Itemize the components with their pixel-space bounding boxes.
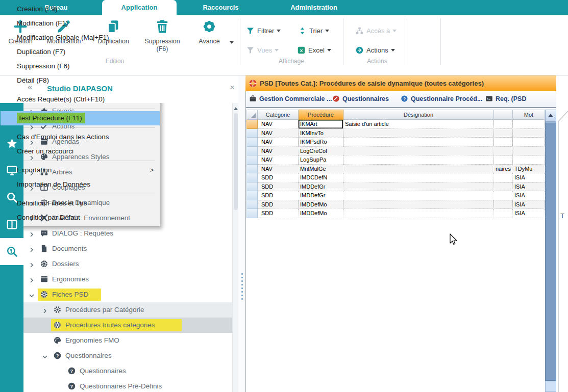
tree-scrollbar[interactable] xyxy=(232,103,238,392)
grid-cell[interactable] xyxy=(513,155,545,165)
grid-cell[interactable]: SDD xyxy=(258,209,299,218)
chevron-down-icon[interactable] xyxy=(42,353,48,359)
menu-item-modification-f1-[interactable]: Modification (F1) xyxy=(1,16,160,31)
menu-item-d-tail-f8-[interactable]: Détail (F8) xyxy=(1,73,160,88)
select-all-corner-icon[interactable] xyxy=(251,113,256,118)
menu-item-exportation[interactable]: Exportation> xyxy=(1,163,160,177)
menu-item-test-proc-dure-f11-[interactable]: Test Procédure (F11) xyxy=(1,111,160,125)
chevron-right-icon[interactable] xyxy=(29,230,35,237)
column-header-selector[interactable] xyxy=(246,110,258,120)
grid-cell[interactable]: SDD xyxy=(258,182,299,192)
grid-cell[interactable] xyxy=(494,209,513,218)
grid-cell[interactable] xyxy=(343,173,494,182)
grid-cell[interactable] xyxy=(494,155,513,165)
column-header-Mot[interactable]: Mot xyxy=(513,110,545,120)
tree-item-dossiers[interactable]: Dossiers xyxy=(23,256,232,272)
grid-cell[interactable]: ISIA xyxy=(513,200,545,210)
grid-cell[interactable]: SDD xyxy=(258,173,299,182)
row-selector[interactable] xyxy=(246,120,258,129)
grid-cell[interactable]: ISIA xyxy=(513,191,545,200)
ribbon-button-avancé[interactable]: Avancé xyxy=(187,18,231,45)
tab-raccourcis[interactable]: Raccourcis xyxy=(189,0,253,15)
grid-cell[interactable]: SDD xyxy=(258,200,299,210)
grid-cell[interactable] xyxy=(343,129,494,138)
tree-item-ergonomies[interactable]: Ergonomies xyxy=(23,272,232,287)
tree-item-questionnaires[interactable]: ?Questionnaires xyxy=(23,363,232,379)
grid-cell[interactable]: IMDDefGr xyxy=(299,182,343,192)
ribbon-small-button-actions[interactable]: Actions xyxy=(355,45,395,55)
column-header-Désignation[interactable]: Désignation xyxy=(343,110,494,120)
chevron-right-icon[interactable] xyxy=(42,307,48,313)
grid-cell[interactable] xyxy=(343,165,494,174)
column-header-Catégorie[interactable]: Catégorie xyxy=(258,110,299,120)
chevron-right-icon[interactable] xyxy=(29,276,35,282)
panel-tab-req-psd[interactable]: Req. (PSD xyxy=(485,95,526,102)
grid-cell[interactable]: IMDDefMo xyxy=(299,209,343,218)
row-selector[interactable] xyxy=(246,138,258,147)
grid-cell[interactable] xyxy=(513,138,545,147)
grid-cell[interactable] xyxy=(494,182,513,192)
grid-cell[interactable] xyxy=(343,138,494,147)
grid-cell[interactable] xyxy=(343,200,494,210)
grid-cell[interactable]: TDyMu xyxy=(513,165,545,174)
grid-cell[interactable] xyxy=(513,120,545,129)
row-selector[interactable] xyxy=(246,200,258,210)
grid-cell[interactable]: Saisie d'un article xyxy=(343,120,494,129)
menu-item-cas-d-emploi-dans-les-actions[interactable]: Cas d'Emploi dans les Actions xyxy=(1,130,160,144)
grid-cell[interactable]: ISIA xyxy=(513,209,545,218)
grid-cell[interactable]: ISIA xyxy=(513,173,545,182)
chevron-down-icon[interactable] xyxy=(327,49,331,51)
grid-cell[interactable] xyxy=(513,129,545,138)
grid-cell[interactable]: ISIA xyxy=(513,182,545,192)
menu-item-cr-ation-f9-[interactable]: Création (F9) xyxy=(1,2,160,16)
scroll-up-button[interactable] xyxy=(545,110,556,122)
grid-cell[interactable]: IMDDefGr xyxy=(299,191,343,200)
chevron-down-icon[interactable] xyxy=(325,30,329,32)
scroll-down-button[interactable] xyxy=(545,381,556,392)
row-selector[interactable] xyxy=(246,182,258,192)
grid-cell[interactable]: naires xyxy=(494,165,513,174)
grid-cell[interactable] xyxy=(343,155,494,165)
tree-item-dialog-requ-tes[interactable]: DIALOG : Requêtes xyxy=(23,226,232,241)
tree-item-ergonomies-fmo[interactable]: Ergonomies FMO xyxy=(23,333,232,348)
row-selector[interactable] xyxy=(246,173,258,182)
grid-cell[interactable]: NAV xyxy=(258,129,299,138)
chevron-down-icon[interactable] xyxy=(391,49,395,51)
grid-cell[interactable]: SDD xyxy=(258,191,299,200)
chevron-down-icon[interactable] xyxy=(277,30,281,32)
panel-tab-gestion-commerciale-[interactable]: Gestion Commerciale ... xyxy=(249,95,332,102)
grid-cell[interactable] xyxy=(494,147,513,156)
menu-item-d-finition-filtres-et-tris[interactable]: Définition Filtres et Tris xyxy=(1,196,160,211)
row-selector[interactable] xyxy=(246,191,258,200)
menu-item-condition-par-d-faut[interactable]: Condition par Défaut xyxy=(1,211,160,225)
grid-cell[interactable] xyxy=(343,191,494,200)
grid-cell[interactable]: NAV xyxy=(258,120,299,129)
menu-item-suppression-f6-[interactable]: Suppression (F6) xyxy=(1,59,160,73)
grid-cell[interactable] xyxy=(343,182,494,192)
tree-item-fiches-psd[interactable]: Fiches PSD xyxy=(23,287,232,302)
chevron-down-icon[interactable] xyxy=(29,292,35,298)
chevron-right-icon[interactable] xyxy=(29,261,35,267)
tab-administration[interactable]: Administration xyxy=(278,0,350,15)
grid-cell[interactable] xyxy=(343,209,494,218)
tree-scroll-thumb[interactable] xyxy=(234,113,238,210)
grid-vertical-scrollbar[interactable] xyxy=(545,110,556,392)
sidebar-close-icon[interactable]: × xyxy=(230,83,235,93)
row-selector[interactable] xyxy=(246,155,258,165)
scrollbar-thumb[interactable] xyxy=(545,122,556,381)
grid-cell[interactable] xyxy=(494,173,513,182)
side-tab-label[interactable]: T xyxy=(560,212,564,220)
rail-item-search-location-icon[interactable] xyxy=(0,238,23,265)
grid-cell[interactable]: NAV xyxy=(258,165,299,174)
grid-cell[interactable]: MntMulGe xyxy=(299,165,343,174)
chevron-right-icon[interactable] xyxy=(29,246,35,252)
column-header-Procédure[interactable]: Procédure xyxy=(299,110,343,120)
menu-item-duplication-f7-[interactable]: Duplication (F7) xyxy=(1,45,160,59)
panel-tab-questionnaires[interactable]: Questionnaires xyxy=(332,95,389,102)
grid-cell[interactable]: IKMArt xyxy=(299,120,343,129)
tree-item-documents[interactable]: Documents xyxy=(23,241,232,256)
grid-cell[interactable] xyxy=(343,147,494,156)
menu-item-importation-de-donn-es[interactable]: Importation de Données xyxy=(1,177,160,192)
grid-cell[interactable]: IKMPsdRo xyxy=(299,138,343,147)
grid-cell[interactable]: LogCreCol xyxy=(299,147,343,156)
